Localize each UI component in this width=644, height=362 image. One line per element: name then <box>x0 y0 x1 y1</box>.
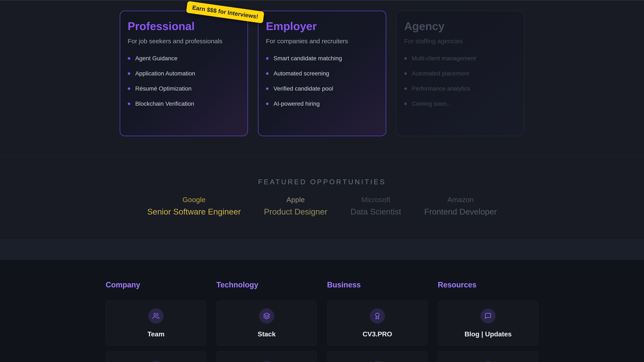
job-title: Product Designer <box>264 207 327 216</box>
footer-column-resources: Resources Blog | Updates <box>438 280 538 362</box>
plan-subtitle: For staffing agencies <box>404 38 516 45</box>
company-name: Google <box>147 195 240 204</box>
plans-section: Professional For job seekers and profess… <box>0 0 644 156</box>
hidden-icon <box>370 361 385 362</box>
bullet-dot-icon <box>404 57 407 60</box>
footer-column-company: Company Team <box>106 280 206 362</box>
plan-card-employer[interactable]: Employer For companies and recruiters Sm… <box>258 11 386 136</box>
bullet-dot-icon <box>266 57 268 60</box>
feature-item: Multi-client management <box>404 55 516 62</box>
plan-title: Agency <box>404 19 516 33</box>
feature-label: Blockchain Verification <box>135 100 194 107</box>
plan-features: Multi-client management Automated placem… <box>404 55 516 107</box>
featured-item-apple[interactable]: Apple Product Designer <box>264 195 327 216</box>
featured-item-google[interactable]: Google Senior Software Engineer <box>147 195 240 216</box>
spacer-band <box>0 240 644 259</box>
feature-label: Agent Guidance <box>135 55 178 62</box>
job-title: Data Scientist <box>350 207 401 216</box>
footer-card-label: Team <box>147 330 164 338</box>
chat-bubble-icon <box>480 308 496 324</box>
footer-card-stack[interactable]: Stack <box>216 301 317 346</box>
plan-title: Professional <box>128 19 240 33</box>
footer-column-technology: Technology Stack <box>216 280 317 362</box>
users-icon <box>148 308 164 324</box>
feature-label: Résumé Optimization <box>135 85 192 92</box>
feature-item: AI-powered hiring <box>266 101 378 107</box>
featured-item-amazon[interactable]: Amazon Frontend Developer <box>424 195 497 216</box>
footer-card-label: Blog | Updates <box>464 330 512 338</box>
bullet-dot-icon <box>266 87 268 90</box>
footer-column-heading: Company <box>106 280 206 289</box>
featured-item-microsoft[interactable]: Microsoft Data Scientist <box>350 195 401 216</box>
feature-label: Multi-client management <box>412 55 476 62</box>
job-title: Senior Software Engineer <box>147 207 240 216</box>
feature-item: Agent Guidance <box>128 55 240 62</box>
feature-item: Coming soon... <box>404 101 516 107</box>
plan-subtitle: For job seekers and professionals <box>128 38 240 45</box>
bullet-dot-icon <box>404 87 407 90</box>
company-name: Microsoft <box>350 195 401 204</box>
footer-card-label: Stack <box>258 330 276 338</box>
feature-item: Application Automation <box>128 70 240 77</box>
bullet-dot-icon <box>404 103 407 105</box>
bullet-dot-icon <box>128 103 130 105</box>
hidden-icon <box>259 361 274 362</box>
feature-item: Automated placement <box>404 70 516 77</box>
feature-label: Smart candidate matching <box>274 55 342 62</box>
feature-label: Application Automation <box>135 70 195 77</box>
company-name: Amazon <box>424 195 497 204</box>
footer-column-heading: Resources <box>438 280 538 289</box>
plan-card-agency: Agency For staffing agencies Multi-clien… <box>396 11 524 136</box>
plan-title: Employer <box>266 19 378 33</box>
bullet-dot-icon <box>404 72 407 75</box>
hidden-icon <box>480 361 496 362</box>
feature-item: Blockchain Verification <box>128 101 240 107</box>
feature-label: Verified candidate pool <box>274 85 333 92</box>
bullet-dot-icon <box>128 87 130 90</box>
footer-card-partial[interactable] <box>327 351 428 362</box>
site-footer: Company Team Technology <box>0 259 644 362</box>
company-name: Apple <box>264 195 327 204</box>
hidden-icon <box>148 361 164 362</box>
job-title: Frontend Developer <box>424 207 497 216</box>
featured-row: Google Senior Software Engineer Apple Pr… <box>0 195 644 216</box>
feature-label: AI-powered hiring <box>274 100 320 107</box>
feature-label: Automated screening <box>274 70 329 77</box>
footer-grid: Company Team Technology <box>106 280 538 362</box>
bullet-dot-icon <box>266 72 268 75</box>
bullet-dot-icon <box>128 72 130 75</box>
plans-row: Professional For job seekers and profess… <box>0 0 644 136</box>
footer-card-label: CV3.PRO <box>362 330 392 338</box>
feature-item: Verified candidate pool <box>266 86 378 92</box>
footer-card-cv3pro[interactable]: CV3.PRO <box>327 301 428 346</box>
feature-item: Résumé Optimization <box>128 86 240 92</box>
feature-item: Automated screening <box>266 70 378 77</box>
footer-column-heading: Technology <box>216 280 317 289</box>
footer-card-team[interactable]: Team <box>106 301 206 346</box>
feature-label: Automated placement <box>412 70 469 77</box>
footer-card-partial[interactable] <box>438 351 538 362</box>
footer-column-heading: Business <box>327 280 428 289</box>
plan-subtitle: For companies and recruiters <box>266 38 378 45</box>
footer-column-business: Business CV3.PRO <box>327 280 428 362</box>
feature-label: Performance analytics <box>412 85 470 92</box>
feature-item: Smart candidate matching <box>266 55 378 62</box>
footer-card-partial[interactable] <box>106 351 206 362</box>
plan-features: Smart candidate matching Automated scree… <box>266 55 378 107</box>
bullet-dot-icon <box>266 103 268 105</box>
plan-features: Agent Guidance Application Automation Ré… <box>128 55 240 107</box>
featured-heading: FEATURED OPPORTUNITIES <box>0 178 644 186</box>
feature-item: Performance analytics <box>404 86 516 92</box>
plan-card-professional[interactable]: Professional For job seekers and profess… <box>120 11 248 136</box>
footer-card-blog[interactable]: Blog | Updates <box>438 301 538 346</box>
featured-opportunities-section: FEATURED OPPORTUNITIES Google Senior Sof… <box>0 156 644 240</box>
footer-card-partial[interactable] <box>216 351 317 362</box>
feature-label: Coming soon... <box>412 100 452 107</box>
bullet-dot-icon <box>128 57 130 60</box>
award-icon <box>370 308 385 324</box>
layers-icon <box>259 308 274 324</box>
